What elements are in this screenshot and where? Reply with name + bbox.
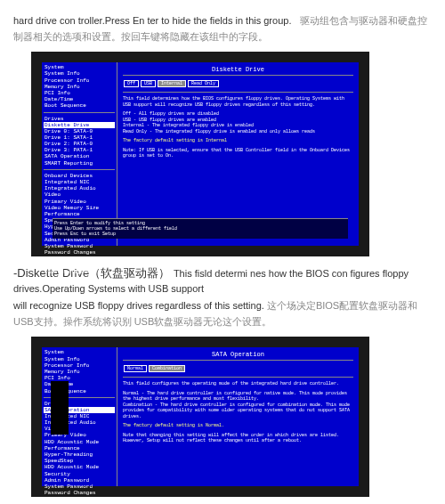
menu-item: Execute Disable [44,262,115,268]
option-button: USB [141,80,156,87]
menu-item: Date/Time [44,96,115,102]
menu-item: PCI Info [44,375,115,381]
menu-item: Integrated NIC [44,179,115,185]
menu-item: Diskette Drive [44,122,115,128]
menu-item: Drive 1: SATA-1 [44,134,115,141]
menu-item: Primary Video [44,199,115,205]
menu-item: PCI Info [44,90,115,96]
menu-item: Video [44,191,115,198]
option-button: Read Only [188,80,219,87]
paragraph-2: will recognize USB floppy drives regardl… [13,298,432,329]
menu-item: Performance [44,211,115,217]
menu-item: Drives [44,116,115,122]
menu-item: Integrated Audio [44,185,115,191]
menu-item: System [44,64,115,70]
menu-item: HDD Acoustic Mode [44,439,115,445]
menu-item: Security [44,471,115,477]
option-button: Normal [124,365,147,372]
menu-item: Video Memory Size [44,205,115,211]
bios2-title: SATA Operation [123,349,353,361]
bios2-desc: This field configures the operating mode… [123,381,353,387]
menu-item: Performance [44,445,115,451]
bios2-opts: Normal - The hard drive controller is co… [123,391,353,420]
p1-en: hard drive con troller.Press En ter to h… [13,15,291,26]
menu-item: Drive 0: SATA-0 [44,128,115,134]
menu-item: Memory Info [44,84,115,90]
option-button: Combination [149,365,185,372]
menu-item: Admin Password [44,477,115,484]
sb-group: DrivesDiskette DriveDrive 0: SATA-0Drive… [44,116,115,167]
option-line: Combination - The hard drive controller … [123,402,353,420]
bios2-buttons: NormalCombination [123,364,353,373]
bios1-footer: Press Enter to modify this setting Use U… [53,218,348,239]
menu-item: Chassis Intrusion [44,256,115,262]
bios2-main: SATA Operation NormalCombination This fi… [117,347,359,486]
menu-item: Onboard Devices [44,173,115,179]
menu-item: SMART Reporting [44,160,115,167]
menu-item: SATA Operation [44,153,115,159]
bios1-title: Diskette Drive [123,64,353,76]
menu-item: Boot Sequence [44,102,115,109]
menu-item: Drive 2: PATA-0 [44,141,115,147]
menu-item: SpeedStep [44,458,115,464]
p2-en2: will recognize USB floppy drives regardl… [13,300,264,311]
paragraph-1: hard drive con troller.Press En ter to h… [13,13,432,45]
menu-item: Password Changes [44,490,115,496]
menu-item: Processor Info [44,362,115,369]
overlay-letter-i [51,381,69,435]
bios1-note: Note: If USB is selected, ensure that th… [123,148,353,159]
menu-item: System Password [44,484,115,490]
bios2-factory: The factory default setting is Normal. [123,423,353,429]
option-button: Internal [158,80,186,87]
menu-item: System Info [44,70,115,77]
menu-item: Power Management [44,269,115,275]
bios1-opts: Off - All floppy drives are disabledUSB … [123,111,353,134]
option-button: Off [124,80,139,87]
bios-screenshot-1: SystemSystem InfoProcessor InfoMemory In… [31,52,369,256]
menu-item: System [44,349,115,355]
bios1-buttons: OffUSBInternalRead Only [123,79,353,88]
menu-item: Drive 3: PATA-1 [44,147,115,153]
menu-item: Password Changes [44,249,115,256]
bios2-note: Note that changing this setting will aff… [123,433,353,444]
sb-group: SystemSystem InfoProcessor InfoMemory In… [44,64,115,109]
menu-item: System Info [44,356,115,362]
option-line: Normal - The hard drive controller is co… [123,391,353,402]
menu-item: Hyper-Threading [44,451,115,458]
bios-screenshot-2: SystemSystem InfoProcessor InfoMemory In… [31,337,369,497]
menu-item: Processor Info [44,77,115,84]
bios1-factory: The factory default setting is Internal [123,138,353,144]
option-line: Read Only - The integrated floppy drive … [123,129,353,135]
menu-item: HDD Acoustic Mode [44,464,115,470]
menu-item: Execute Disable [44,496,115,502]
bios1-desc: This field determines how the BIOS confi… [123,96,353,108]
menu-item: System Password [44,243,115,249]
menu-item: Memory Info [44,369,115,375]
